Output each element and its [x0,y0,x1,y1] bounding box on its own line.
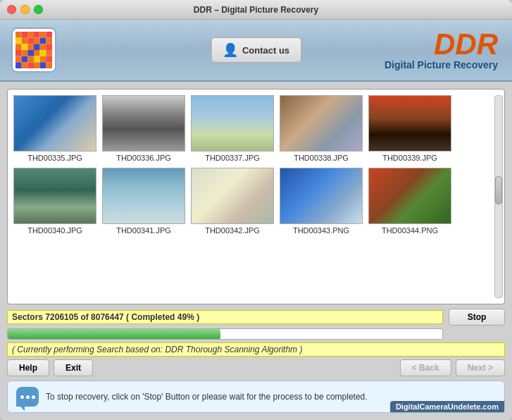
scrollbar-thumb[interactable] [495,176,502,204]
thumbnail-image [13,95,96,152]
filename-label: THD00339.JPG [382,154,437,162]
gallery-row-2: THD00340.JPG THD00341.JPG THD00342.JPG T… [13,168,499,235]
list-item[interactable]: THD00335.JPG [13,95,96,162]
filename-label: THD00336.JPG [116,154,171,162]
contact-icon: 👤 [223,42,238,58]
title-bar: DDR – Digital Picture Recovery [0,0,512,20]
app-logo [11,27,56,73]
svg-rect-2 [27,32,34,38]
brand-area: DDR Digital Picture Recovery [385,30,498,70]
gallery-row-1: THD00335.JPG THD00336.JPG THD00337.JPG T… [13,95,499,162]
svg-rect-19 [22,50,28,56]
list-item[interactable]: THD00341.JPG [102,168,185,235]
list-item[interactable]: THD00336.JPG [102,95,185,162]
svg-rect-18 [15,50,22,56]
list-item[interactable]: THD00338.JPG [280,95,363,162]
list-item[interactable]: THD00343.PNG [280,168,363,235]
sectors-status: Sectors 7206105 of 8076447 ( Completed 4… [7,310,443,324]
image-gallery: THD00335.JPG THD00336.JPG THD00337.JPG T… [7,89,505,304]
main-content: THD00335.JPG THD00336.JPG THD00337.JPG T… [0,82,512,420]
list-item[interactable]: THD00339.JPG [368,95,451,162]
svg-rect-32 [27,62,34,68]
progress-bar-container [7,328,443,340]
back-button[interactable]: < Back [400,359,451,376]
main-window: DDR – Digital Picture Recovery [0,0,512,420]
svg-rect-20 [27,50,34,56]
svg-rect-7 [22,38,28,44]
thumbnail-image [102,95,185,152]
close-button[interactable] [7,5,16,14]
checkerboard-icon [15,32,52,68]
svg-rect-13 [22,44,28,50]
svg-rect-1 [22,32,28,38]
app-header: 👤 Contact us DDR Digital Picture Recover… [0,20,512,82]
svg-rect-21 [34,50,40,56]
progress-bar-fill [8,329,220,339]
svg-rect-4 [40,32,46,38]
svg-rect-8 [27,38,34,44]
maximize-button[interactable] [34,5,43,14]
filename-label: THD00337.JPG [205,154,260,162]
status-row-1: Sectors 7206105 of 8076447 ( Completed 4… [7,309,505,326]
svg-rect-23 [46,50,52,56]
filename-label: THD00335.JPG [27,154,82,162]
list-item[interactable]: THD00340.JPG [13,168,96,235]
algorithm-info: ( Currently performing Search based on: … [7,342,505,357]
list-item[interactable]: THD00337.JPG [191,95,274,162]
svg-rect-10 [40,38,46,44]
thumbnail-image [102,168,185,224]
thumbnail-image [191,168,274,224]
svg-rect-14 [27,44,34,50]
svg-rect-34 [40,62,46,68]
svg-rect-28 [40,56,46,63]
thumbnail-image [368,95,451,152]
list-item[interactable]: THD00342.JPG [191,168,274,235]
window-title: DDR – Digital Picture Recovery [194,5,318,15]
svg-rect-22 [40,50,46,56]
help-button[interactable]: Help [7,359,49,376]
thumbnail-image [191,95,274,152]
svg-rect-33 [34,62,40,68]
contact-us-button[interactable]: 👤 Contact us [211,37,301,63]
contact-btn-label: Contact us [242,45,289,56]
svg-rect-3 [34,32,40,38]
filename-label: THD00342.JPG [205,226,260,235]
svg-rect-25 [22,56,28,63]
navigation-buttons: Help Exit < Back Next > [7,359,505,376]
traffic-lights [7,5,43,14]
list-item[interactable]: THD00344.PNG [368,168,451,235]
svg-rect-31 [22,62,28,68]
exit-button[interactable]: Exit [54,359,93,376]
filename-label: THD00338.JPG [294,154,349,162]
svg-rect-16 [40,44,46,50]
svg-rect-11 [46,38,52,44]
svg-rect-26 [27,56,34,63]
gallery-scrollbar[interactable] [494,95,503,298]
chat-icon [16,387,39,407]
svg-rect-5 [46,32,52,38]
svg-rect-29 [46,56,52,63]
svg-rect-35 [46,62,52,68]
brand-title: DDR [385,30,498,59]
filename-label: THD00343.PNG [293,226,349,235]
svg-rect-12 [15,44,22,50]
svg-rect-27 [34,56,40,63]
filename-label: THD00341.JPG [116,226,171,235]
progress-row [7,328,505,340]
thumbnail-image [280,95,363,152]
info-message: To stop recovery, click on 'Stop' Button… [46,392,368,402]
brand-subtitle: Digital Picture Recovery [385,59,498,70]
minimize-button[interactable] [20,5,30,14]
filename-label: THD00344.PNG [382,226,438,235]
svg-rect-24 [15,56,22,63]
svg-rect-6 [15,38,22,44]
info-bar: To stop recovery, click on 'Stop' Button… [7,381,505,413]
thumbnail-image [13,168,96,224]
checkerboard-svg [15,32,52,68]
svg-rect-15 [34,44,40,50]
next-button[interactable]: Next > [456,359,505,376]
status-area: Sectors 7206105 of 8076447 ( Completed 4… [7,309,505,376]
stop-button[interactable]: Stop [449,309,505,326]
filename-label: THD00340.JPG [27,226,82,235]
svg-rect-17 [46,44,52,50]
